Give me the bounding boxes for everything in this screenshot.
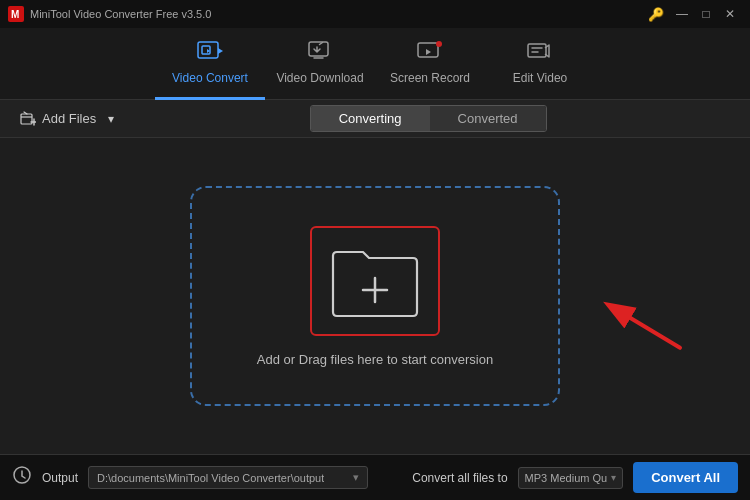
converted-tab[interactable]: Converted: [430, 106, 546, 131]
title-bar: M MiniTool Video Converter Free v3.5.0 🔑…: [0, 0, 750, 28]
tab-screen-record[interactable]: Screen Record: [375, 28, 485, 100]
tab-edit-video[interactable]: Edit Video: [485, 28, 595, 100]
arrow-icon: [590, 268, 690, 358]
output-label: Output: [42, 471, 78, 485]
format-select[interactable]: MP3 Medium Qu ▾: [518, 467, 624, 489]
add-files-icon: [20, 111, 36, 127]
output-dropdown-icon: ▾: [353, 471, 359, 484]
tab-screen-record-label: Screen Record: [390, 71, 470, 85]
svg-rect-3: [202, 46, 210, 54]
nav-bar: Video Convert Video Download Screen Reco…: [0, 28, 750, 100]
key-icon[interactable]: 🔑: [648, 7, 664, 22]
title-text: MiniTool Video Converter Free v3.5.0: [30, 8, 211, 20]
svg-point-6: [436, 41, 442, 47]
tab-video-convert[interactable]: Video Convert: [155, 28, 265, 100]
title-bar-left: M MiniTool Video Converter Free v3.5.0: [8, 6, 211, 22]
toolbar: Add Files ▾ Converting Converted: [0, 100, 750, 138]
output-path-selector[interactable]: D:\documents\MiniTool Video Converter\ou…: [88, 466, 368, 489]
svg-rect-7: [528, 44, 546, 57]
format-label: MP3 Medium Qu: [525, 472, 608, 484]
tab-video-convert-label: Video Convert: [172, 71, 248, 85]
tab-edit-video-label: Edit Video: [513, 71, 568, 85]
folder-icon-wrapper: [310, 226, 440, 336]
format-dropdown-icon: ▾: [611, 472, 616, 483]
add-files-label: Add Files: [42, 111, 96, 126]
app-logo: M: [8, 6, 24, 22]
title-bar-right: 🔑 — □ ✕: [648, 5, 742, 23]
edit-video-icon: [526, 39, 554, 67]
drop-zone-label: Add or Drag files here to start conversi…: [257, 352, 493, 367]
screen-record-icon: [416, 39, 444, 67]
close-button[interactable]: ✕: [718, 5, 742, 23]
maximize-button[interactable]: □: [694, 5, 718, 23]
converting-tab[interactable]: Converting: [311, 106, 430, 131]
add-files-button[interactable]: Add Files: [12, 107, 104, 131]
add-files-dropdown-button[interactable]: ▾: [104, 108, 118, 130]
convert-all-files-label: Convert all files to: [412, 471, 507, 485]
drop-zone[interactable]: Add or Drag files here to start conversi…: [190, 186, 560, 406]
clock-icon[interactable]: [12, 465, 32, 490]
svg-text:M: M: [11, 9, 19, 20]
video-download-icon: [306, 39, 334, 67]
arrow-container: [590, 268, 690, 362]
tab-video-download[interactable]: Video Download: [265, 28, 375, 100]
minimize-button[interactable]: —: [670, 5, 694, 23]
svg-rect-4: [309, 42, 328, 56]
svg-rect-8: [21, 114, 32, 124]
output-path-text: D:\documents\MiniTool Video Converter\ou…: [97, 472, 324, 484]
svg-rect-5: [418, 43, 438, 57]
bottom-bar: Output D:\documents\MiniTool Video Conve…: [0, 454, 750, 500]
converting-tabs: Converting Converted: [310, 105, 547, 132]
main-content: Add or Drag files here to start conversi…: [0, 138, 750, 454]
tab-video-download-label: Video Download: [276, 71, 363, 85]
video-convert-icon: [196, 39, 224, 67]
folder-icon: [325, 238, 425, 324]
convert-all-button[interactable]: Convert All: [633, 462, 738, 493]
